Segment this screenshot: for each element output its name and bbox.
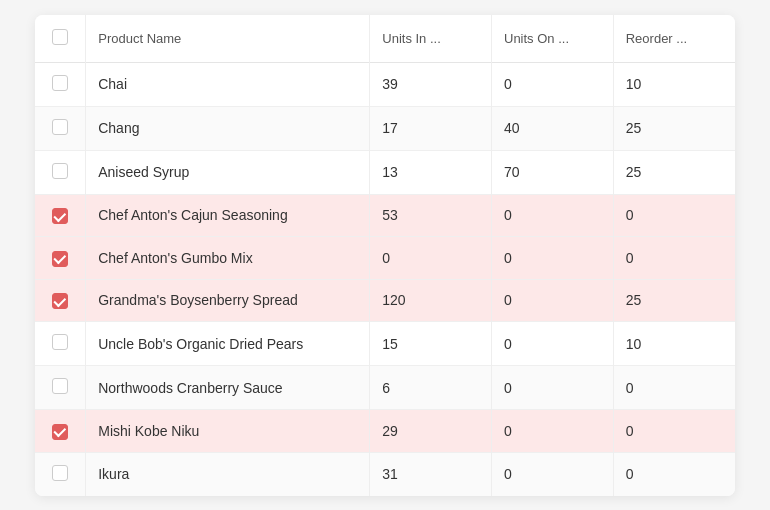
- reorder-cell: 10: [613, 62, 735, 106]
- reorder-cell: 0: [613, 410, 735, 453]
- table-row: Chef Anton's Cajun Seasoning5300: [35, 194, 735, 237]
- reorder-cell: 25: [613, 279, 735, 322]
- select-all-header[interactable]: [35, 15, 86, 63]
- units-on-cell: 0: [492, 194, 614, 237]
- product-name-cell: Grandma's Boysenberry Spread: [86, 279, 370, 322]
- units-in-cell: 120: [370, 279, 492, 322]
- reorder-cell: 10: [613, 322, 735, 366]
- product-name-header: Product Name: [86, 15, 370, 63]
- product-name-cell: Uncle Bob's Organic Dried Pears: [86, 322, 370, 366]
- table-row: Chef Anton's Gumbo Mix000: [35, 237, 735, 280]
- reorder-cell: 0: [613, 237, 735, 280]
- table-row: Mishi Kobe Niku2900: [35, 410, 735, 453]
- row-checkbox-cell[interactable]: [35, 106, 86, 150]
- units-in-cell: 29: [370, 410, 492, 453]
- product-name-cell: Chang: [86, 106, 370, 150]
- reorder-cell: 25: [613, 150, 735, 194]
- units-on-cell: 0: [492, 237, 614, 280]
- product-name-cell: Chai: [86, 62, 370, 106]
- units-in-cell: 13: [370, 150, 492, 194]
- product-name-cell: Northwoods Cranberry Sauce: [86, 366, 370, 410]
- table-row: Chang174025: [35, 106, 735, 150]
- table-row: Aniseed Syrup137025: [35, 150, 735, 194]
- units-on-cell: 0: [492, 279, 614, 322]
- units-in-cell: 6: [370, 366, 492, 410]
- checkbox-unchecked-icon[interactable]: [52, 378, 68, 394]
- row-checkbox-cell[interactable]: [35, 62, 86, 106]
- product-name-cell: Mishi Kobe Niku: [86, 410, 370, 453]
- table-row: Uncle Bob's Organic Dried Pears15010: [35, 322, 735, 366]
- units-on-cell: 0: [492, 410, 614, 453]
- table-header-row: Product Name Units In ... Units On ... R…: [35, 15, 735, 63]
- units-in-header: Units In ...: [370, 15, 492, 63]
- units-on-cell: 0: [492, 452, 614, 496]
- checkbox-checked-icon[interactable]: [52, 424, 68, 440]
- checkbox-unchecked-icon[interactable]: [52, 75, 68, 91]
- units-in-cell: 0: [370, 237, 492, 280]
- units-on-header: Units On ...: [492, 15, 614, 63]
- units-on-cell: 0: [492, 366, 614, 410]
- checkbox-unchecked-icon[interactable]: [52, 119, 68, 135]
- checkbox-checked-icon[interactable]: [52, 208, 68, 224]
- checkbox-unchecked-icon[interactable]: [52, 163, 68, 179]
- reorder-header: Reorder ...: [613, 15, 735, 63]
- reorder-cell: 0: [613, 194, 735, 237]
- units-on-cell: 70: [492, 150, 614, 194]
- checkbox-checked-icon[interactable]: [52, 293, 68, 309]
- row-checkbox-cell[interactable]: [35, 452, 86, 496]
- units-on-cell: 0: [492, 322, 614, 366]
- checkbox-checked-icon[interactable]: [52, 251, 68, 267]
- row-checkbox-cell[interactable]: [35, 410, 86, 453]
- table-row: Northwoods Cranberry Sauce600: [35, 366, 735, 410]
- checkbox-unchecked-icon[interactable]: [52, 465, 68, 481]
- row-checkbox-cell[interactable]: [35, 150, 86, 194]
- reorder-cell: 25: [613, 106, 735, 150]
- table-row: Ikura3100: [35, 452, 735, 496]
- units-in-cell: 15: [370, 322, 492, 366]
- reorder-cell: 0: [613, 366, 735, 410]
- product-name-cell: Aniseed Syrup: [86, 150, 370, 194]
- select-all-checkbox[interactable]: [52, 29, 68, 45]
- product-name-cell: Chef Anton's Gumbo Mix: [86, 237, 370, 280]
- row-checkbox-cell[interactable]: [35, 237, 86, 280]
- checkbox-unchecked-icon[interactable]: [52, 334, 68, 350]
- table-row: Grandma's Boysenberry Spread120025: [35, 279, 735, 322]
- units-in-cell: 39: [370, 62, 492, 106]
- units-on-cell: 40: [492, 106, 614, 150]
- row-checkbox-cell[interactable]: [35, 194, 86, 237]
- table-row: Chai39010: [35, 62, 735, 106]
- product-name-cell: Chef Anton's Cajun Seasoning: [86, 194, 370, 237]
- row-checkbox-cell[interactable]: [35, 279, 86, 322]
- units-on-cell: 0: [492, 62, 614, 106]
- product-table: Product Name Units In ... Units On ... R…: [35, 15, 735, 496]
- units-in-cell: 53: [370, 194, 492, 237]
- reorder-cell: 0: [613, 452, 735, 496]
- units-in-cell: 31: [370, 452, 492, 496]
- row-checkbox-cell[interactable]: [35, 322, 86, 366]
- product-name-cell: Ikura: [86, 452, 370, 496]
- units-in-cell: 17: [370, 106, 492, 150]
- row-checkbox-cell[interactable]: [35, 366, 86, 410]
